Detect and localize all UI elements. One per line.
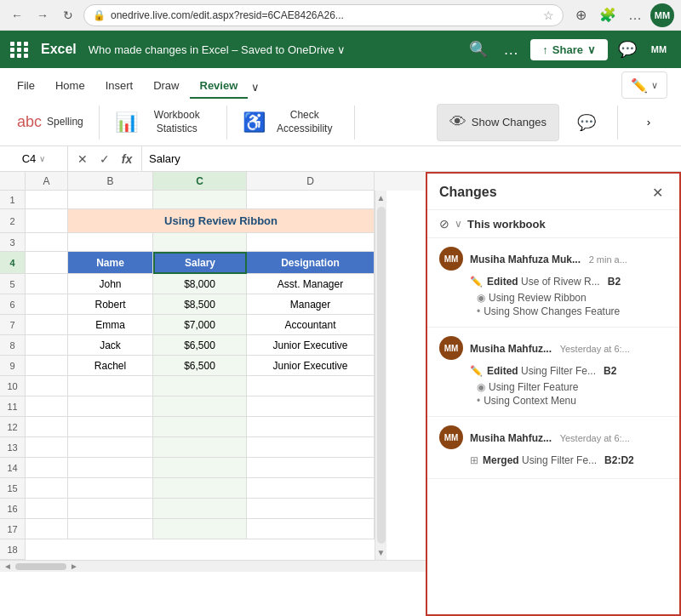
row-num-4[interactable]: 4 <box>0 252 26 274</box>
cell-b6[interactable]: Robert <box>68 294 153 315</box>
extension-button[interactable]: ⊕ <box>569 3 592 27</box>
cell-d1[interactable] <box>247 191 375 209</box>
share-button[interactable]: ↑ Share ∨ <box>530 39 608 60</box>
scroll-down-arrow[interactable]: ▼ <box>377 545 386 560</box>
cell-a4[interactable] <box>26 252 68 274</box>
row-num-13[interactable]: 13 <box>0 437 26 458</box>
row-num-5[interactable]: 5 <box>0 274 26 294</box>
cell-d9[interactable]: Junior Executive <box>247 356 375 376</box>
cell-a9[interactable] <box>26 356 68 376</box>
cell-c9[interactable]: $6,500 <box>153 356 247 376</box>
waffle-menu[interactable] <box>10 42 29 58</box>
cell-reference[interactable]: C4 ∨ <box>0 146 68 171</box>
tab-insert[interactable]: Insert <box>95 74 144 99</box>
check-accessibility-button[interactable]: ♿ Check Accessibility <box>232 102 349 143</box>
cell-a5[interactable] <box>26 274 68 294</box>
cell-d5[interactable]: Asst. Manager <box>247 274 375 294</box>
cell-a7[interactable] <box>26 315 68 335</box>
tab-more[interactable]: ∨ <box>248 76 263 99</box>
cell-b9[interactable]: Rachel <box>68 356 153 376</box>
scroll-up-arrow[interactable]: ▲ <box>377 191 386 205</box>
tab-review[interactable]: Review <box>190 74 249 99</box>
horizontal-scrollbar[interactable]: ◄ ► <box>0 560 426 572</box>
forward-button[interactable]: → <box>32 5 53 26</box>
cell-a1[interactable] <box>26 191 68 209</box>
cell-b3[interactable] <box>68 233 153 252</box>
more-options-button[interactable]: … <box>498 37 524 62</box>
tab-file[interactable]: File <box>7 74 45 99</box>
address-bar[interactable]: 🔒 onedrive.live.com/edit.aspx?resid=6CAE… <box>83 4 564 26</box>
cell-a8[interactable] <box>26 335 68 356</box>
cell-c1[interactable] <box>153 191 247 209</box>
row-num-10[interactable]: 10 <box>0 376 26 396</box>
row-num-2[interactable]: 2 <box>0 209 26 233</box>
cell-a10[interactable] <box>26 376 68 396</box>
cell-d6[interactable]: Manager <box>247 294 375 315</box>
tab-draw[interactable]: Draw <box>143 74 189 99</box>
back-button[interactable]: ← <box>7 5 27 26</box>
vertical-scrollbar[interactable]: ▲ ▼ <box>375 191 386 560</box>
cell-b1[interactable] <box>68 191 153 209</box>
cell-c4[interactable]: Salary <box>153 252 247 274</box>
user-avatar-appbar[interactable]: MM <box>647 37 671 61</box>
row-num-8[interactable]: 8 <box>0 335 26 356</box>
col-header-d[interactable]: D <box>247 172 375 191</box>
row-num-9[interactable]: 9 <box>0 356 26 376</box>
col-header-a[interactable]: A <box>26 172 68 191</box>
bookmark-icon[interactable]: ☆ <box>543 9 554 22</box>
search-button[interactable]: 🔍 <box>466 37 491 62</box>
cell-d7[interactable]: Accountant <box>247 315 375 335</box>
workbook-stats-button[interactable]: 📊 Workbook Statistics <box>105 102 221 143</box>
cell-d8[interactable]: Junior Executive <box>247 335 375 356</box>
show-changes-button[interactable]: 👁 Show Changes <box>437 104 559 141</box>
extensions-puzzle[interactable]: 🧩 <box>596 3 620 27</box>
row-num-11[interactable]: 11 <box>0 396 26 417</box>
cancel-formula-button[interactable]: ✕ <box>73 150 92 168</box>
cell-c10[interactable] <box>153 376 247 396</box>
fx-button[interactable]: fx <box>117 150 136 168</box>
spelling-button[interactable]: abc Spelling <box>7 102 94 143</box>
row-num-7[interactable]: 7 <box>0 315 26 335</box>
cell-c5[interactable]: $8,000 <box>153 274 247 294</box>
cell-b2-merged[interactable]: Using Review Ribbon <box>68 209 375 233</box>
row-num-6[interactable]: 6 <box>0 294 26 315</box>
row-num-17[interactable]: 17 <box>0 519 26 539</box>
cell-c7[interactable]: $7,000 <box>153 315 247 335</box>
row-num-18[interactable]: 18 <box>0 539 26 560</box>
more-button[interactable]: … <box>623 3 647 27</box>
row-num-14[interactable]: 14 <box>0 458 26 478</box>
cell-d4[interactable]: Designation <box>247 252 375 274</box>
cell-b8[interactable]: Jack <box>68 335 153 356</box>
row-num-12[interactable]: 12 <box>0 417 26 437</box>
cell-c3[interactable] <box>153 233 247 252</box>
cell-c6[interactable]: $8,500 <box>153 294 247 315</box>
cell-b4[interactable]: Name <box>68 252 153 274</box>
cell-a3[interactable] <box>26 233 68 252</box>
editing-mode-button[interactable]: ✏️ ∨ <box>621 71 667 99</box>
cell-d10[interactable] <box>247 376 375 396</box>
cell-b5[interactable]: John <box>68 274 153 294</box>
refresh-button[interactable]: ↻ <box>58 5 78 26</box>
profile-avatar[interactable]: MM <box>650 3 674 27</box>
cell-b10[interactable] <box>68 376 153 396</box>
cell-a2[interactable] <box>26 209 68 233</box>
cell-d3[interactable] <box>247 233 375 252</box>
col-header-c[interactable]: C <box>153 172 247 191</box>
action-cell-3: B2:D2 <box>604 454 634 466</box>
confirm-formula-button[interactable]: ✓ <box>95 150 114 168</box>
row-num-1[interactable]: 1 <box>0 191 26 209</box>
filter-dropdown[interactable]: This workbook <box>467 218 546 231</box>
cell-b7[interactable]: Emma <box>68 315 153 335</box>
row-num-16[interactable]: 16 <box>0 499 26 519</box>
row-num-3[interactable]: 3 <box>0 233 26 252</box>
cell-c8[interactable]: $6,500 <box>153 335 247 356</box>
scroll-track[interactable] <box>377 207 386 544</box>
comment-button[interactable]: 💬 <box>615 37 640 62</box>
comment-ribbon-button[interactable]: 💬 <box>561 110 612 135</box>
row-num-15[interactable]: 15 <box>0 478 26 499</box>
col-header-b[interactable]: B <box>68 172 153 191</box>
cell-a6[interactable] <box>26 294 68 315</box>
more-ribbon-button[interactable]: › <box>623 112 674 132</box>
close-changes-panel-button[interactable]: ✕ <box>647 182 667 202</box>
tab-home[interactable]: Home <box>45 74 95 99</box>
